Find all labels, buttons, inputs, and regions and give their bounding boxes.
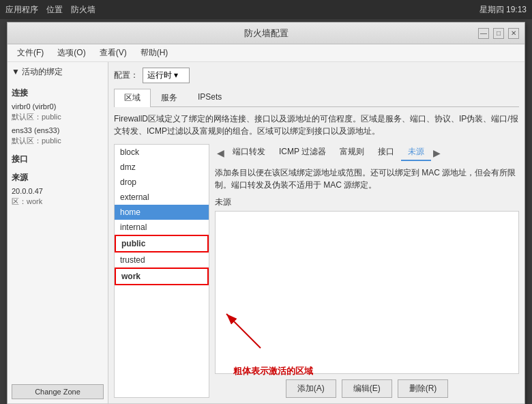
title-bar: 防火墙配置 — □ ✕ bbox=[8, 23, 524, 44]
close-button[interactable]: ✕ bbox=[508, 28, 519, 39]
taskbar-left: 应用程序 位置 防火墙 bbox=[5, 4, 95, 16]
config-label: 配置： bbox=[114, 70, 138, 81]
sources-box-label: 未源 bbox=[215, 197, 519, 208]
source-header: 来源 bbox=[12, 172, 104, 184]
window-title: 防火墙配置 bbox=[54, 27, 478, 40]
sub-tab-icmp[interactable]: ICMP 过滤器 bbox=[272, 144, 333, 161]
tab-zone[interactable]: 区域 bbox=[114, 89, 151, 107]
zone-work[interactable]: work bbox=[115, 268, 209, 285]
left-panel: ▼ 活动的绑定 连接 virbr0 (virbr0) 默认区：public en… bbox=[8, 62, 108, 403]
taskbar-datetime: 星期四 19:13 bbox=[479, 4, 527, 16]
active-binding-header[interactable]: ▼ 活动的绑定 bbox=[12, 66, 104, 78]
source-zone: 区：work bbox=[12, 197, 104, 207]
config-dropdown[interactable]: 运行时 ▾ bbox=[143, 68, 190, 83]
sub-tab-interface[interactable]: 接口 bbox=[371, 144, 401, 161]
action-buttons: 添加(A) 编辑(E) 删除(R) bbox=[215, 379, 519, 398]
zone-drop[interactable]: drop bbox=[115, 175, 209, 190]
menu-file[interactable]: 文件(F) bbox=[12, 46, 49, 60]
menu-options[interactable]: 选项(O) bbox=[52, 46, 91, 60]
interface-header: 接口 bbox=[12, 154, 104, 165]
content-area: ▼ 活动的绑定 连接 virbr0 (virbr0) 默认区：public en… bbox=[8, 62, 524, 403]
connection1: virbr0 (virbr0) 默认区：public bbox=[12, 102, 104, 123]
sub-tab-prev-arrow[interactable]: ◀ bbox=[215, 147, 226, 158]
zone-block[interactable]: block bbox=[115, 145, 209, 160]
zone-public[interactable]: public bbox=[115, 235, 209, 252]
source-ip: 20.0.0.47 bbox=[12, 186, 104, 197]
add-button[interactable]: 添加(A) bbox=[286, 379, 336, 398]
connection2-zone: 默认区：public bbox=[12, 136, 104, 146]
menu-help[interactable]: 帮助(H) bbox=[135, 46, 174, 60]
sub-tab-sources[interactable]: 未源 bbox=[401, 144, 431, 161]
zone-description: FirewallD区域定义了绑定的网络连接、接口以及源地址的可信程度。区域是服务… bbox=[114, 113, 519, 137]
sub-tabs: ◀ 端口转发 ICMP 过滤器 富规则 接口 未源 ▶ bbox=[215, 144, 519, 161]
main-tabs: 区域 服务 IPSets bbox=[114, 89, 519, 107]
sources-list bbox=[215, 211, 519, 374]
zone-home[interactable]: home bbox=[115, 205, 209, 220]
change-zone-button[interactable]: Change Zone bbox=[12, 384, 104, 399]
edit-button[interactable]: 编辑(E) bbox=[342, 379, 392, 398]
tab-service[interactable]: 服务 bbox=[151, 89, 188, 106]
taskbar-apps[interactable]: 应用程序 bbox=[5, 4, 38, 16]
zone-external[interactable]: external bbox=[115, 190, 209, 205]
config-bar: 配置： 运行时 ▾ bbox=[114, 68, 519, 83]
taskbar-firewall[interactable]: 防火墙 bbox=[71, 4, 95, 16]
source-item: 20.0.0.47 区：work bbox=[12, 186, 104, 207]
delete-button[interactable]: 删除(R) bbox=[398, 379, 449, 398]
tab-ipsets[interactable]: IPSets bbox=[188, 89, 232, 106]
zone-detail: ◀ 端口转发 ICMP 过滤器 富规则 接口 未源 ▶ 添加条目以便在该区域绑定… bbox=[215, 144, 519, 398]
taskbar: 应用程序 位置 防火墙 星期四 19:13 bbox=[0, 0, 532, 19]
main-split: block dmz drop external home internal pu… bbox=[114, 144, 519, 398]
sub-tab-rich-rules[interactable]: 富规则 bbox=[333, 144, 371, 161]
sub-tab-port-forward[interactable]: 端口转发 bbox=[226, 144, 272, 161]
maximize-button[interactable]: □ bbox=[493, 28, 504, 39]
minimize-button[interactable]: — bbox=[478, 28, 489, 39]
zone-internal[interactable]: internal bbox=[115, 220, 209, 235]
taskbar-right: 星期四 19:13 bbox=[479, 4, 527, 16]
connection1-zone: 默认区：public bbox=[12, 112, 104, 122]
taskbar-position[interactable]: 位置 bbox=[46, 4, 63, 16]
zone-dmz[interactable]: dmz bbox=[115, 160, 209, 175]
connection2-name: ens33 (ens33) bbox=[12, 126, 104, 136]
menu-view[interactable]: 查看(V) bbox=[94, 46, 132, 60]
main-window: 防火墙配置 — □ ✕ 文件(F) 选项(O) 查看(V) 帮助(H) ▼ 活动… bbox=[7, 22, 525, 404]
zone-list: block dmz drop external home internal pu… bbox=[114, 144, 209, 398]
menu-bar: 文件(F) 选项(O) 查看(V) 帮助(H) bbox=[8, 44, 524, 62]
connection-header: 连接 bbox=[12, 87, 104, 99]
connection1-name: virbr0 (virbr0) bbox=[12, 102, 104, 112]
title-controls: — □ ✕ bbox=[478, 28, 519, 39]
sub-tab-next-arrow[interactable]: ▶ bbox=[431, 147, 442, 158]
sources-description: 添加条目以便在该区域绑定源地址或范围。还可以绑定到 MAC 源地址，但会有所限制… bbox=[215, 167, 519, 191]
connection2: ens33 (ens33) 默认区：public bbox=[12, 126, 104, 147]
zone-trusted[interactable]: trusted bbox=[115, 252, 209, 268]
right-panel: 配置： 运行时 ▾ 区域 服务 IPSets FirewallD区域定义了绑定的… bbox=[108, 62, 524, 403]
